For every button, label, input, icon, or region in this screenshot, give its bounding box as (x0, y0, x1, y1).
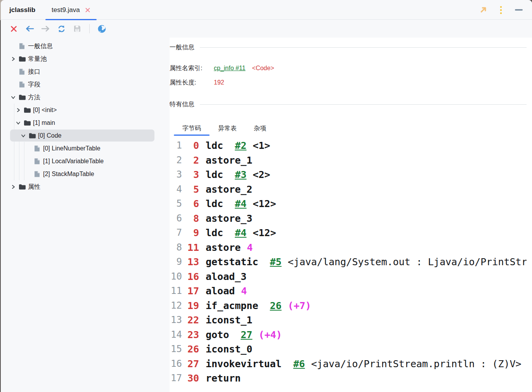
tab-close-icon[interactable] (85, 7, 90, 13)
bytecode-opcode: astore_2 (206, 184, 252, 195)
chevron-right-icon[interactable] (16, 108, 21, 112)
chevron-down-icon[interactable] (21, 133, 26, 138)
tree-item-method-0-init[interactable]: [0] <init> (1, 104, 170, 116)
active-tab-underline (45, 19, 97, 20)
bytecode-line-number: 17 (170, 371, 182, 386)
titlebar-actions (480, 0, 523, 20)
refresh-icon[interactable] (57, 24, 66, 33)
tree-item-methods[interactable]: 方法 (1, 91, 170, 104)
folder-icon (19, 56, 26, 62)
bytecode-constant-link[interactable]: #5 (270, 256, 281, 268)
bytecode-instruction: aload_3 (199, 269, 246, 284)
tree-item-method-1-main[interactable]: [1] main (1, 116, 170, 129)
bytecode-offset: 17 (182, 284, 199, 299)
tree-item-stack-map-table[interactable]: [2] StackMapTable (1, 168, 170, 180)
bytecode-branch-link[interactable]: 27 (241, 329, 252, 340)
tree-item-label: [0] <init> (33, 104, 57, 116)
jclasslib-window: jclasslib test9.java (1, 0, 532, 392)
bytecode-offset: 16 (182, 269, 199, 284)
chevron-down-icon[interactable] (11, 95, 16, 100)
bytecode-instruction: ldc#4<12> (199, 197, 276, 211)
bytecode-row: 22astore_1 (170, 153, 527, 168)
bytecode-constant-link[interactable]: #2 (235, 140, 246, 151)
bytecode-instruction: goto27(+4) (199, 328, 282, 342)
bytecode-instruction: return (199, 371, 241, 386)
tree-item-general-info[interactable]: 一般信息 (1, 40, 170, 52)
minimize-icon[interactable] (515, 9, 523, 11)
bytecode-opcode: if_acmpne (206, 300, 258, 311)
bytecode-line-number: 16 (170, 357, 182, 371)
back-arrow-icon[interactable] (25, 24, 34, 33)
bytecode-constant-link[interactable]: #6 (293, 358, 305, 370)
bytecode-offset: 8 (182, 211, 199, 226)
bytecode-row: 33ldc#3<2> (170, 168, 527, 182)
bytecode-constant-link[interactable]: #3 (235, 169, 246, 180)
tab-misc[interactable]: 杂项 (245, 123, 275, 136)
bytecode-line-number: 11 (170, 284, 182, 299)
bytecode-offset: 23 (182, 328, 199, 342)
detail-tabs: 字节码 异常表 杂项 (174, 123, 527, 136)
bytecode-line-number: 3 (170, 168, 182, 182)
tree-item-local-variable-table[interactable]: [1] LocalVariableTable (1, 155, 170, 168)
bytecode-instruction: ldc#2<1> (199, 138, 270, 153)
close-icon[interactable] (9, 24, 18, 33)
bytecode-operand-value: <12> (253, 198, 276, 209)
tree-item-label: 属性 (28, 180, 40, 193)
bytecode-row: 1016aload_3 (170, 269, 527, 284)
specific-info-section-header: 特有信息 (170, 100, 527, 109)
toolbar-separator (89, 24, 90, 33)
folder-icon (19, 184, 26, 190)
tab-exception-table[interactable]: 异常表 (210, 123, 245, 136)
forward-arrow-icon[interactable] (41, 24, 50, 33)
web-icon[interactable] (97, 24, 106, 33)
bytecode-constant-link[interactable]: #4 (235, 198, 246, 209)
bytecode-opcode: astore (206, 242, 241, 253)
chevron-down-icon[interactable] (16, 121, 21, 125)
bytecode-opcode: ldc (206, 227, 223, 238)
bytecode-row: 1219if_acmpne26(+7) (170, 299, 527, 313)
bytecode-row: 1526iconst_0 (170, 342, 527, 357)
bytecode-line-number: 12 (170, 299, 182, 313)
tree-item-interfaces[interactable]: 接口 (1, 65, 170, 78)
tree-item-fields[interactable]: 字段 (1, 78, 170, 91)
bytecode-offset: 9 (182, 226, 199, 240)
tab-bytecode[interactable]: 字节码 (174, 123, 210, 136)
chevron-right-icon[interactable] (11, 185, 16, 189)
section-rule (200, 104, 527, 105)
bytecode-instruction: getstatic#5<java/lang/System.out : Ljava… (199, 255, 527, 269)
bytecode-operand-immediate: 4 (247, 242, 253, 253)
bytecode-line-number: 15 (170, 342, 182, 357)
tree-item-line-number-table[interactable]: [0] LineNumberTable (1, 142, 170, 155)
chevron-right-icon[interactable] (11, 57, 16, 61)
bytecode-line-number: 2 (170, 153, 182, 168)
bytecode-line-number: 8 (170, 240, 182, 255)
constant-pool-link[interactable]: cp_info #11 (214, 64, 246, 73)
bytecode-offset: 22 (182, 313, 199, 328)
bytecode-instruction: astore_2 (199, 182, 252, 197)
bytecode-operand-value: <1> (253, 140, 270, 151)
bytecode-line-number: 9 (170, 255, 182, 269)
bytecode-offset: 26 (182, 342, 199, 357)
external-link-icon[interactable] (480, 6, 487, 14)
file-icon (19, 81, 25, 88)
kebab-menu-icon[interactable] (500, 6, 502, 14)
folder-icon (29, 133, 36, 138)
bytecode-branch-link[interactable]: 26 (270, 300, 281, 311)
tree-item-constant-pool[interactable]: 常量池 (1, 52, 170, 65)
bytecode-opcode: aload (206, 285, 235, 297)
tree-item-label: 字段 (28, 78, 40, 91)
file-tab[interactable]: test9.java (45, 0, 97, 20)
tree-item-attributes[interactable]: 属性 (1, 180, 170, 193)
folder-icon (24, 107, 31, 113)
file-icon (19, 43, 25, 49)
tree-item-label: [0] LineNumberTable (43, 142, 101, 155)
content-area: 一般信息常量池接口字段方法[0] <init>[1] main[0] Code[… (1, 38, 532, 392)
folder-icon (24, 120, 31, 126)
bytecode-constant-link[interactable]: #4 (235, 227, 246, 238)
bytecode-operand-value: <2> (253, 169, 270, 180)
bytecode-line-number: 14 (170, 328, 182, 342)
bytecode-row: 913getstatic#5<java/lang/System.out : Lj… (170, 255, 527, 269)
bytecode-offset: 0 (182, 138, 199, 153)
tree-item-code[interactable]: [0] Code (1, 129, 170, 142)
bytecode-opcode: goto (206, 329, 229, 340)
